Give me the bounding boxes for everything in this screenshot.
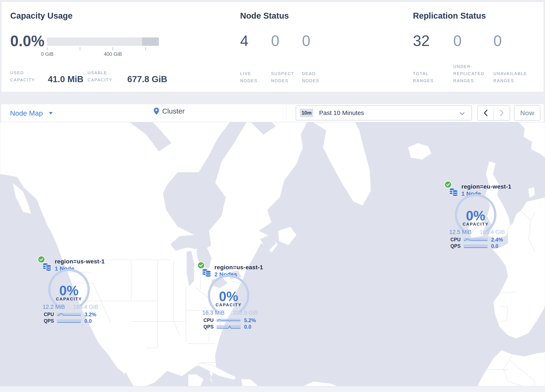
under-replicated-ranges-count: 0 xyxy=(453,33,491,48)
capacity-values: 12.2 MiB 169.4 GiB xyxy=(43,304,98,310)
used-capacity-label: USED CAPACITY xyxy=(10,69,39,83)
chevron-left-icon xyxy=(483,110,488,116)
view-selector-label: Node Map xyxy=(10,109,43,117)
time-range-selector[interactable]: 10m Past 10 Minutes xyxy=(296,105,472,120)
cpu-sparkline xyxy=(217,318,241,323)
region-label: region=eu-west-1 xyxy=(461,183,511,190)
usable-capacity-label: USABLE CAPACITY xyxy=(87,69,119,83)
total-ranges-count: 32 xyxy=(413,33,448,48)
total-ranges-label: TOTAL RANGES xyxy=(413,70,440,84)
capacity-usage-bar xyxy=(47,37,159,46)
suspect-nodes-count: 0 xyxy=(271,33,300,48)
dead-nodes-count: 0 xyxy=(302,33,330,48)
dead-nodes-label: DEAD NODES xyxy=(302,70,327,84)
live-nodes-label: LIVE NODES xyxy=(240,70,265,84)
unavailable-ranges-count: 0 xyxy=(493,33,537,48)
qps-value: 0.0 xyxy=(491,243,498,249)
usable-capacity: 169.4 GiB xyxy=(73,304,98,310)
capacity-usage-percent: 0.0% xyxy=(10,32,44,50)
usable-capacity-value: 677.8 GiB xyxy=(127,75,167,83)
chevron-down-icon xyxy=(460,112,465,115)
time-next-button[interactable] xyxy=(494,106,510,120)
map-region-us-east-1[interactable]: region=us-east-1 2 Nodes 0% CAPACITY 16.… xyxy=(197,261,260,333)
map-footer-strip xyxy=(0,386,545,392)
cpu-sparkline xyxy=(57,312,81,317)
bar-tick-label-0: 0 GiB xyxy=(31,51,64,57)
qps-value: 0.0 xyxy=(244,324,251,330)
cpu-value: 2.4% xyxy=(491,237,503,243)
time-prev-button[interactable] xyxy=(478,106,494,120)
bar-tick xyxy=(113,47,113,50)
cpu-sparkline xyxy=(464,237,488,242)
qps-value: 0.0 xyxy=(84,318,92,324)
used-capacity: 12.5 MiB xyxy=(449,229,472,235)
breadcrumb-cluster[interactable]: Cluster xyxy=(154,107,185,115)
qps-sparkline xyxy=(57,319,81,323)
cpu-value: 5.2% xyxy=(244,317,256,324)
qps-sparkline xyxy=(464,244,488,248)
capacity-label: CAPACITY xyxy=(453,222,498,227)
map-region-us-west-1[interactable]: region=us-west-1 1 Node 0% CAPACITY 12.2… xyxy=(38,256,100,327)
capacity-percent: 0% xyxy=(453,208,498,224)
region-label: region=us-west-1 xyxy=(55,258,105,265)
capacity-values: 12.5 MiB 169.4 GiB xyxy=(449,229,505,235)
time-range-label: Past 10 Minutes xyxy=(319,109,364,117)
cluster-summary-panel: Capacity Usage 0.0% 0 GiB 400 GiB USED C… xyxy=(1,2,544,92)
breadcrumb-label: Cluster xyxy=(162,107,185,115)
used-capacity: 16.3 MiB xyxy=(202,310,225,316)
region-label: region=us-east-1 xyxy=(214,264,263,271)
capacity-percent: 0% xyxy=(47,283,91,298)
chevron-right-icon xyxy=(500,110,504,116)
world-map xyxy=(0,122,545,386)
location-pin-icon xyxy=(154,107,159,115)
replication-status-title: Replication Status xyxy=(413,11,486,20)
used-capacity: 12.2 MiB xyxy=(43,304,65,310)
now-button[interactable]: Now xyxy=(514,105,540,121)
bar-tick-label-400: 400 GiB xyxy=(96,51,130,57)
capacity-label: CAPACITY xyxy=(47,297,91,301)
unavailable-ranges-label: UNAVAILABLE RANGES xyxy=(493,70,529,84)
capacity-label: CAPACITY xyxy=(206,303,251,307)
under-replicated-ranges-label: UNDER-REPLICATED RANGES xyxy=(453,63,485,84)
view-selector-node-map[interactable]: Node Map xyxy=(10,108,53,118)
toolbar-divider xyxy=(286,104,286,122)
qps-label: QPS xyxy=(444,243,461,249)
live-nodes-count: 4 xyxy=(240,33,268,48)
capacity-values: 16.3 MiB 338.9 GiB xyxy=(202,310,258,316)
map-toolbar: Node Map Cluster 10m Past 10 Minutes xyxy=(1,104,544,122)
time-nav-group xyxy=(477,105,510,121)
bar-tick xyxy=(80,47,80,50)
time-range-badge: 10m xyxy=(300,109,313,117)
cpu-label: CPU xyxy=(38,312,54,317)
capacity-percent: 0% xyxy=(206,289,251,304)
capacity-bar-reserved-segment xyxy=(142,37,159,46)
qps-sparkline xyxy=(217,324,241,329)
cpu-label: CPU xyxy=(197,317,214,323)
node-map-canvas[interactable] xyxy=(0,122,545,386)
qps-label: QPS xyxy=(38,318,54,324)
qps-label: QPS xyxy=(197,324,214,330)
bar-tick xyxy=(47,47,47,50)
cpu-value: 3.2% xyxy=(84,311,96,317)
bar-tick xyxy=(145,47,146,50)
caret-down-icon xyxy=(49,112,53,115)
capacity-usage-title: Capacity Usage xyxy=(10,11,73,20)
usable-capacity: 169.4 GiB xyxy=(480,229,505,235)
cpu-label: CPU xyxy=(444,237,461,243)
node-status-title: Node Status xyxy=(240,11,289,20)
usable-capacity: 338.9 GiB xyxy=(233,310,258,316)
map-region-eu-west-1[interactable]: region=eu-west-1 1 Node 0% CAPACITY 12.5… xyxy=(444,181,507,252)
suspect-nodes-label: SUSPECT NODES xyxy=(271,70,300,84)
used-capacity-value: 41.0 MiB xyxy=(48,75,83,83)
